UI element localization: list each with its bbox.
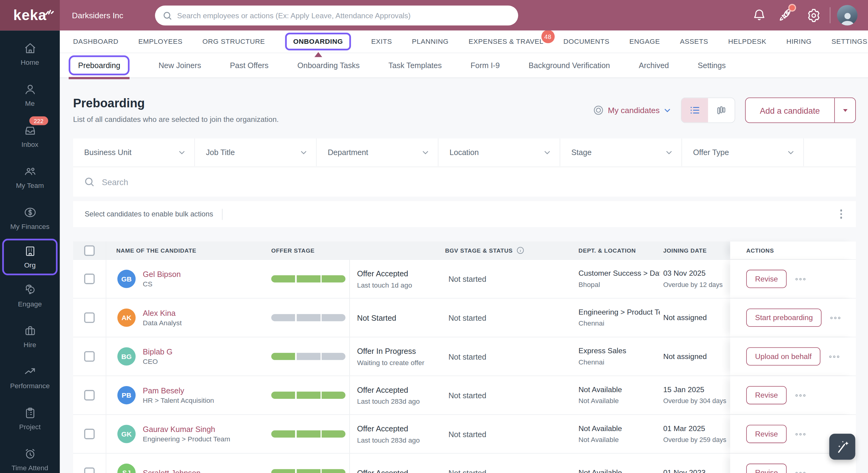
tab-new-joiners[interactable]: New Joiners — [159, 61, 201, 69]
tab-task-templates[interactable]: Task Templates — [389, 61, 442, 69]
candidate-name-link[interactable]: Gel Bipson — [143, 270, 181, 278]
page-title: Preboarding — [73, 96, 145, 111]
sidebar-item-engage[interactable]: Engage — [0, 275, 60, 317]
nav-onboarding[interactable]: ONBOARDING — [285, 33, 351, 51]
main-content: Preboarding List of all candidates who a… — [60, 78, 868, 473]
col-offer-stage: OFFER STAGE — [266, 241, 349, 259]
filter-label: Department — [328, 148, 368, 157]
row-action-button[interactable]: Upload on behalf — [746, 347, 820, 365]
tab-settings[interactable]: Settings — [698, 61, 726, 69]
sidebar-item-my-finances[interactable]: My Finances — [0, 198, 60, 239]
scope-filter[interactable]: My candidates — [593, 105, 671, 116]
caret-down-icon — [842, 107, 848, 114]
tab-past-offers[interactable]: Past Offers — [230, 61, 269, 69]
sidebar-item-time-attend[interactable]: Time Attend — [0, 439, 60, 473]
nav-engage[interactable]: ENGAGE — [629, 38, 660, 46]
filter-offer-type[interactable]: Offer Type — [682, 139, 804, 166]
candidate-name-link[interactable]: Scralett Johnson — [143, 468, 200, 473]
nav-employees[interactable]: EMPLOYEES — [138, 38, 182, 46]
filter-stage[interactable]: Stage — [560, 139, 682, 166]
nav-expenses-travel[interactable]: EXPENSES & TRAVEL48 — [468, 38, 543, 46]
nav-exits[interactable]: EXITS — [371, 38, 392, 46]
bulk-kebab-icon[interactable] — [838, 207, 844, 221]
add-candidate-dropdown-caret[interactable] — [834, 98, 855, 122]
onboarding-subnav: Preboarding New Joiners Past Offers Onbo… — [60, 53, 868, 78]
tab-onboarding-tasks[interactable]: Onboarding Tasks — [298, 61, 360, 69]
nav-planning[interactable]: PLANNING — [412, 38, 449, 46]
row-checkbox[interactable] — [84, 274, 95, 284]
row-action-button[interactable]: Revise — [746, 386, 786, 404]
global-search-input[interactable] — [177, 11, 510, 20]
filter-business-unit[interactable]: Business Unit — [73, 139, 195, 166]
candidate-avatar: GK — [117, 425, 135, 443]
chevron-down-icon — [178, 149, 186, 156]
row-action-button[interactable]: Revise — [746, 270, 786, 288]
add-candidate-button[interactable]: Add a candidate — [746, 98, 834, 122]
row-checkbox[interactable] — [84, 468, 95, 473]
nav-helpdesk[interactable]: HELPDESK — [728, 38, 767, 46]
filter-location[interactable]: Location — [438, 139, 560, 166]
kanban-view-button[interactable] — [708, 98, 734, 122]
row-checkbox[interactable] — [84, 313, 95, 323]
candidate-search[interactable] — [73, 167, 856, 196]
row-checkbox[interactable] — [84, 428, 95, 439]
nav-org-structure[interactable]: ORG STRUCTURE — [202, 38, 265, 46]
global-search[interactable] — [155, 5, 518, 26]
row-more-icon[interactable] — [831, 317, 841, 319]
tab-background-verification[interactable]: Background Verification — [529, 61, 610, 69]
row-more-icon[interactable] — [796, 394, 806, 396]
row-more-icon[interactable] — [796, 472, 806, 473]
nav-dashboard[interactable]: DASHBOARD — [73, 38, 119, 46]
row-more-icon[interactable] — [796, 433, 806, 435]
sidebar-item-home[interactable]: Home — [0, 34, 60, 75]
joining-date: Not assigned — [663, 314, 730, 322]
tab-preboarding[interactable]: Preboarding — [69, 55, 130, 76]
info-icon[interactable] — [517, 246, 524, 255]
row-action-button[interactable]: Start preboarding — [746, 308, 822, 327]
sidebar-item-me[interactable]: Me — [0, 75, 60, 116]
dept: Not Available — [579, 468, 660, 473]
filter-department[interactable]: Department — [317, 139, 438, 166]
filter-job-title[interactable]: Job Title — [195, 139, 317, 166]
row-action-button[interactable]: Revise — [746, 464, 786, 473]
dept: Not Available — [579, 385, 660, 394]
row-more-icon[interactable] — [796, 278, 806, 280]
col-bgv: BGV STAGE & STATUS — [445, 247, 513, 254]
candidate-name-link[interactable]: Biplab G — [143, 347, 173, 356]
sidebar-item-my-team[interactable]: My Team — [0, 157, 60, 198]
candidate-avatar: PB — [117, 386, 135, 404]
briefcase-icon — [23, 325, 36, 337]
candidate-search-input[interactable] — [102, 177, 845, 187]
sidebar-item-inbox[interactable]: 222 Inbox — [0, 116, 60, 157]
row-checkbox[interactable] — [84, 351, 95, 362]
list-view-button[interactable] — [681, 98, 708, 122]
nav-settings[interactable]: SETTINGS — [832, 38, 867, 46]
tab-form-i9[interactable]: Form I-9 — [471, 61, 500, 69]
notifications-bell-icon[interactable] — [752, 8, 767, 23]
candidate-name-link[interactable]: Pam Besely — [143, 386, 214, 395]
candidate-name-link[interactable]: Alex Kina — [143, 308, 182, 317]
sidebar-item-hire[interactable]: Hire — [0, 316, 60, 357]
settings-gear-icon[interactable] — [807, 8, 821, 23]
user-avatar[interactable] — [837, 5, 857, 25]
sidebar-item-performance[interactable]: Performance — [0, 357, 60, 398]
sidebar-label: Inbox — [22, 141, 39, 149]
nav-assets[interactable]: ASSETS — [680, 38, 708, 46]
keka-logo[interactable]: keka — [0, 0, 60, 30]
bulk-actions-bar: Select candidates to enable bulk actions — [73, 201, 856, 227]
nav-documents[interactable]: DOCUMENTS — [563, 38, 610, 46]
candidate-name-link[interactable]: Gaurav Kumar Singh — [143, 425, 230, 434]
magic-wand-button[interactable] — [829, 434, 856, 460]
tab-archived[interactable]: Archived — [639, 61, 669, 69]
offer-status-sub: Last touch 283d ago — [357, 436, 440, 444]
bgv-status: Not started — [440, 376, 572, 414]
sidebar-item-project[interactable]: Project — [0, 398, 60, 439]
row-more-icon[interactable] — [829, 355, 839, 357]
row-action-button[interactable]: Revise — [746, 425, 786, 443]
nav-hiring[interactable]: HIRING — [786, 38, 811, 46]
filter-label: Offer Type — [693, 148, 729, 157]
select-all-checkbox[interactable] — [84, 245, 95, 256]
whats-new-rocket-icon[interactable] — [778, 7, 793, 22]
row-checkbox[interactable] — [84, 390, 95, 401]
sidebar-item-org[interactable]: Org — [2, 239, 57, 275]
